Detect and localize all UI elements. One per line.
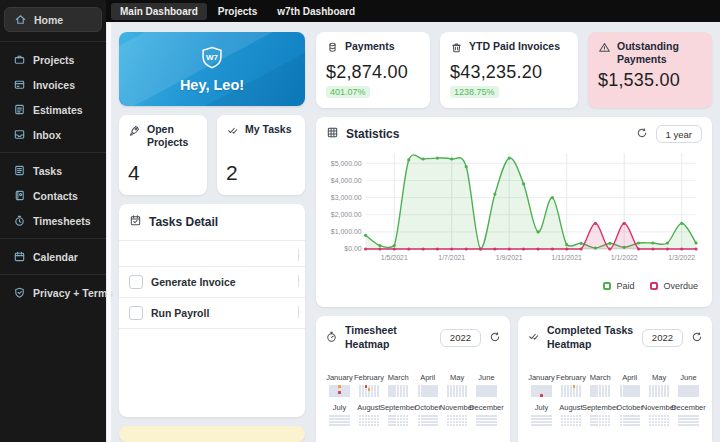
heatmap-month: October xyxy=(413,403,442,426)
heatmap-month-label: October xyxy=(616,403,643,412)
svg-text:$3,000.00: $3,000.00 xyxy=(331,194,362,201)
sidebar-item-inbox[interactable]: Inbox xyxy=(4,123,102,146)
heatmap-month: April xyxy=(413,373,442,396)
heatmap-month: July xyxy=(325,403,354,426)
task-row[interactable]: Run Payroll xyxy=(119,298,305,329)
check-icon xyxy=(527,329,540,347)
task-checkbox[interactable] xyxy=(129,306,143,320)
year-select-button[interactable]: 2022 xyxy=(642,329,683,347)
legend-label: Paid xyxy=(616,281,634,291)
tasks-detail-card: Tasks Detail Generate Invoice Run Payrol… xyxy=(119,204,305,417)
task-row[interactable]: Generate Invoice xyxy=(119,267,305,298)
sidebar-item-label: Invoices xyxy=(33,79,75,91)
coins-icon xyxy=(326,40,339,58)
legend-label: Overdue xyxy=(663,281,698,291)
payments-value: $2,874.00 xyxy=(326,62,420,83)
ytd-delta-badge: 1238.75% xyxy=(450,86,499,98)
sidebar-item-label: Calendar xyxy=(33,251,78,263)
warning-icon xyxy=(598,40,611,58)
sidebar-divider xyxy=(0,152,106,153)
heatmap-month: December xyxy=(472,403,501,426)
invoice-icon xyxy=(13,78,26,91)
card-title: Outstanding Payments xyxy=(617,40,702,66)
svg-text:$0.00: $0.00 xyxy=(344,245,361,252)
heatmap-month-label: May xyxy=(450,373,464,382)
heatmap-month: July xyxy=(527,403,556,426)
sidebar-item-calendar[interactable]: Calendar xyxy=(4,245,102,268)
sidebar-item-label: Estimates xyxy=(33,104,83,116)
heatmap-month-label: December xyxy=(469,403,504,412)
paid-swatch-icon xyxy=(603,282,611,290)
sidebar-item-label: Privacy + Terms xyxy=(33,287,113,299)
my-tasks-value: 2 xyxy=(226,161,296,185)
svg-text:1/9/2021: 1/9/2021 xyxy=(496,254,523,261)
heatmap-month: May xyxy=(443,373,472,396)
heatmap-month-label: June xyxy=(478,373,494,382)
completed-tasks-heatmap-grid: JanuaryFebruaryMarchAprilMayJuneJulyAugu… xyxy=(527,373,703,426)
contacts-icon xyxy=(13,189,26,202)
card-title: Payments xyxy=(345,40,395,53)
heatmap-title: Completed Tasks Heatmap xyxy=(547,324,635,351)
heatmap-month: January xyxy=(325,373,354,396)
check-icon xyxy=(226,123,239,141)
rocket-icon xyxy=(128,123,141,141)
dashboard-content: W7 Hey, Leo! Open Projects 4 My Tasks xyxy=(106,22,720,442)
heatmap-title: Timesheet Heatmap xyxy=(345,324,433,351)
payments-card: Payments $2,874.00 401.07% xyxy=(316,32,430,108)
tab-main-dashboard[interactable]: Main Dashboard xyxy=(111,3,207,20)
sidebar: Home Projects Invoices Estimates Inbox T… xyxy=(0,0,106,442)
svg-text:$5,000.00: $5,000.00 xyxy=(331,160,362,167)
sidebar-item-estimates[interactable]: Estimates xyxy=(4,98,102,121)
heatmap-month-label: August xyxy=(559,403,582,412)
tab-projects[interactable]: Projects xyxy=(209,3,266,20)
sidebar-item-home[interactable]: Home xyxy=(4,7,102,32)
tab-w7th-dashboard[interactable]: w7th Dashboard xyxy=(268,3,364,20)
calendar-icon xyxy=(13,250,26,263)
timesheet-heatmap-card: Timesheet Heatmap 2022 JanuaryFebruaryMa… xyxy=(316,316,510,442)
scrollbar[interactable] xyxy=(107,22,111,442)
year-select-button[interactable]: 2022 xyxy=(440,329,481,347)
heatmap-month: May xyxy=(645,373,674,396)
outstanding-value: $1,535.00 xyxy=(598,70,702,91)
heatmap-month-label: April xyxy=(622,373,637,382)
calendar-check-icon xyxy=(129,213,142,231)
sidebar-item-privacy-terms[interactable]: Privacy + Terms xyxy=(4,281,102,304)
range-select-button[interactable]: 1 year xyxy=(656,125,702,143)
invoice-bin-icon xyxy=(450,40,463,58)
task-label: Generate Invoice xyxy=(151,276,236,288)
sidebar-item-projects[interactable]: Projects xyxy=(4,48,102,71)
outstanding-payments-card: Outstanding Payments $1,535.00 xyxy=(588,32,712,108)
heatmap-month-label: October xyxy=(414,403,441,412)
statistics-card: Statistics 1 year $0.00$1,000.00$2,000.0… xyxy=(316,117,712,307)
svg-text:1/11/2021: 1/11/2021 xyxy=(552,254,582,261)
heatmap-month-label: July xyxy=(535,403,548,412)
sidebar-item-timesheets[interactable]: Timesheets xyxy=(4,209,102,232)
notes-card xyxy=(119,426,305,442)
task-row-empty xyxy=(119,241,305,267)
svg-text:1/5/2021: 1/5/2021 xyxy=(381,254,408,261)
greeting-text: Hey, Leo! xyxy=(180,77,244,93)
completed-tasks-heatmap-card: Completed Tasks Heatmap 2022 JanuaryFebr… xyxy=(518,316,712,442)
ytd-invoices-card: YTD Paid Invoices $43,235.20 1238.75% xyxy=(440,32,578,108)
sidebar-item-invoices[interactable]: Invoices xyxy=(4,73,102,96)
svg-text:1/7/2021: 1/7/2021 xyxy=(438,254,465,261)
stopwatch-icon xyxy=(325,329,338,347)
sidebar-item-label: Timesheets xyxy=(33,215,91,227)
refresh-icon[interactable] xyxy=(691,329,703,347)
refresh-icon[interactable] xyxy=(489,329,501,347)
chart-legend: Paid Overdue xyxy=(326,281,702,291)
heatmap-month-label: January xyxy=(528,373,555,382)
payments-delta-badge: 401.07% xyxy=(326,86,370,98)
sidebar-item-tasks[interactable]: Tasks xyxy=(4,159,102,182)
tasks-icon xyxy=(13,164,26,177)
heatmap-month-label: May xyxy=(652,373,666,382)
open-projects-card: Open Projects 4 xyxy=(119,115,207,195)
sidebar-divider xyxy=(0,41,106,42)
svg-text:1/1/2022: 1/1/2022 xyxy=(611,254,638,261)
svg-text:$4,000.00: $4,000.00 xyxy=(331,177,362,184)
refresh-icon[interactable] xyxy=(636,125,648,143)
task-checkbox[interactable] xyxy=(129,275,143,289)
overdue-swatch-icon xyxy=(650,282,658,290)
sidebar-item-contacts[interactable]: Contacts xyxy=(4,184,102,207)
heatmap-month-label: June xyxy=(680,373,696,382)
